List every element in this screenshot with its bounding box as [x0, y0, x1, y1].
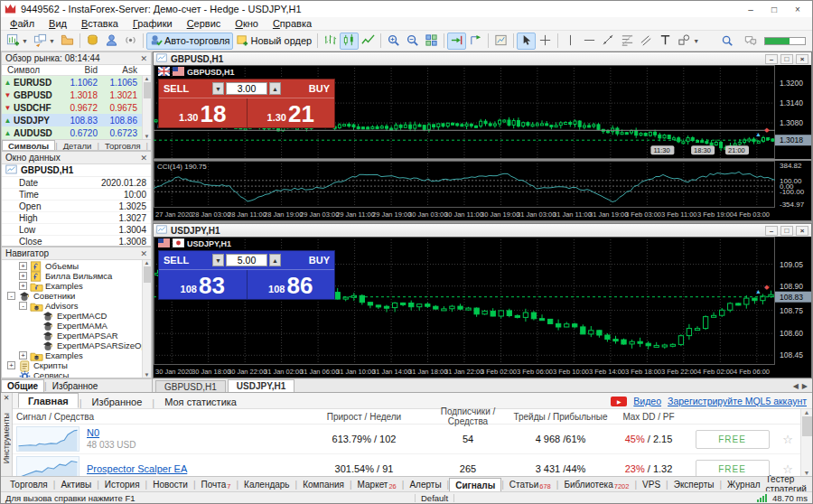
buy-button[interactable]: BUY: [283, 83, 330, 94]
favorite-star-icon[interactable]: ☆: [782, 462, 793, 476]
vertical-line-button[interactable]: [561, 33, 580, 50]
payments-button[interactable]: [83, 33, 102, 50]
bottom-tab-Статьи[interactable]: Статьи678: [504, 477, 556, 491]
menu-Сервис[interactable]: Сервис: [180, 18, 229, 29]
templates-button[interactable]: [491, 33, 510, 50]
status-profile[interactable]: Default: [421, 493, 448, 503]
navigator-scrollbar[interactable]: ▲▼: [142, 260, 151, 378]
bottom-tab-Сигналы[interactable]: Сигналы: [449, 478, 501, 491]
signals-scrollbar[interactable]: ▲▼: [800, 409, 812, 476]
equidistant-channel-button[interactable]: [637, 33, 656, 50]
bottom-tab-Календарь[interactable]: Календарь: [238, 477, 294, 491]
bottom-tab-Библиотека[interactable]: Библиотека7202: [558, 477, 634, 491]
bottom-tab-Алерты[interactable]: Алерты: [404, 477, 446, 491]
market-watch-row-USDCHF[interactable]: ▼USDCHF0.96720.9675: [2, 101, 151, 114]
lot-size-input[interactable]: [226, 254, 267, 266]
gbpusd-chart-canvas[interactable]: 1.32001.31401.3080#11392203 sell 3.001.3…: [154, 65, 811, 220]
tab-Символы[interactable]: Символы: [2, 140, 55, 151]
community-button[interactable]: [102, 33, 121, 50]
chart-shift-button[interactable]: [447, 33, 466, 50]
market-watch-close-icon[interactable]: ✕: [140, 54, 147, 63]
video-link[interactable]: Видео: [633, 396, 661, 406]
toolbox-close-icon[interactable]: ✕: [4, 394, 10, 402]
bottom-tab-История[interactable]: История: [99, 477, 145, 491]
buy-button[interactable]: BUY: [283, 255, 330, 266]
shapes-button[interactable]: ▼: [675, 33, 702, 50]
market-watch-row-EURUSD[interactable]: ▲EURUSD1.10621.1065: [2, 76, 151, 89]
bottom-tab-VPS[interactable]: VPS: [637, 477, 666, 491]
bottom-tab-Компания[interactable]: Компания: [297, 477, 350, 491]
tab-Торговля[interactable]: Торговля: [99, 140, 146, 151]
lot-dropdown-icon[interactable]: ▼: [212, 254, 224, 266]
toolbox-tab-Главная[interactable]: Главная: [18, 393, 79, 408]
trendline-button[interactable]: [599, 33, 618, 50]
auto-scroll-button[interactable]: [466, 33, 485, 50]
menu-Графики[interactable]: Графики: [126, 18, 180, 29]
usdjpy-chart-canvas[interactable]: 109.05108.90108.75108.60108.45108.83▲◆30…: [154, 237, 811, 378]
menu-Окно[interactable]: Окно: [228, 18, 266, 29]
signal-name-link[interactable]: N0: [87, 427, 136, 439]
history-center-button[interactable]: [58, 33, 77, 50]
lot-stepper-icon[interactable]: ▲: [269, 254, 281, 266]
tree-item-Билла Вильямса[interactable]: +Билла Вильямса: [2, 271, 151, 281]
market-watch-row-AUDUSD[interactable]: ▲AUDUSD0.67200.6723: [2, 126, 151, 139]
tree-expander-icon[interactable]: +: [19, 262, 27, 270]
tile-windows-button[interactable]: [422, 33, 441, 50]
zoom-in-button[interactable]: [384, 33, 403, 50]
bottom-tab-Эксперты[interactable]: Эксперты: [668, 477, 720, 491]
buy-price[interactable]: 10886: [248, 270, 335, 299]
tree-expander-icon[interactable]: -: [19, 302, 27, 310]
lot-dropdown-icon[interactable]: ▼: [212, 82, 224, 95]
line-chart-button[interactable]: [359, 33, 378, 50]
search-icon[interactable]: [717, 33, 736, 50]
tree-item-ExpertMAPSARSizeOptim[interactable]: ExpertMAPSARSizeOptim: [2, 341, 151, 350]
sell-button[interactable]: SELL: [164, 255, 210, 266]
maximize-button[interactable]: □: [763, 3, 785, 15]
chart-tab-USDJPY,H1[interactable]: USDJPY,H1: [228, 379, 294, 392]
market-watch-row-GBPUSD[interactable]: ▼GBPUSD1.30181.3021: [2, 89, 151, 101]
chart-close-button[interactable]: ×: [796, 226, 808, 236]
bottom-tab-Активы[interactable]: Активы: [55, 477, 97, 491]
chat-icon[interactable]: [741, 33, 760, 50]
tab-Общие[interactable]: Общие: [1, 379, 44, 392]
toolbox-tab-Избранное[interactable]: Избранное: [83, 395, 152, 408]
tab-Тики[interactable]: Тики: [148, 140, 151, 151]
favorite-star-icon[interactable]: ☆: [782, 433, 793, 446]
tree-item-ExpertMAMA[interactable]: ExpertMAMA: [2, 321, 151, 331]
bottom-tab-Новости[interactable]: Новости: [147, 477, 193, 491]
autotrading-button[interactable]: Авто-торговля: [146, 33, 233, 50]
sell-price[interactable]: 10883: [159, 270, 248, 299]
chart-maximize-button[interactable]: □: [780, 226, 793, 236]
free-button[interactable]: FREE: [696, 430, 770, 449]
signal-row-N0[interactable]: N048 033 USD613.79% / 102544 968 /61%45%…: [13, 425, 800, 454]
candles-chart-button[interactable]: [340, 33, 359, 50]
tab-Детали[interactable]: Детали: [58, 140, 98, 151]
market-watch-row-USDJPY[interactable]: ▲USDJPY108.83108.86: [2, 114, 151, 126]
fibonacci-button[interactable]: [618, 33, 637, 50]
chart-minimize-button[interactable]: –: [765, 226, 778, 236]
tree-expander-icon[interactable]: -: [7, 292, 15, 300]
tree-item-Объемы[interactable]: +Объемы: [2, 261, 151, 271]
tab-Избранное[interactable]: Избранное: [47, 379, 104, 392]
register-mql5-link[interactable]: Зарегистрируйте MQL5 аккаунт: [668, 396, 807, 406]
chart-tab-scroll-arrows[interactable]: ◀▶: [793, 382, 812, 392]
horizontal-line-button[interactable]: [580, 33, 599, 50]
bottom-tab-Маркет[interactable]: Маркет26: [352, 477, 402, 491]
market-watch-scrollbar[interactable]: ▲▼: [142, 76, 151, 139]
zoom-out-button[interactable]: [403, 33, 422, 50]
bottom-tab-Журнал[interactable]: Журнал: [722, 477, 766, 491]
data-window-close-icon[interactable]: ✕: [140, 154, 147, 163]
signal-name-link[interactable]: Prospector Scalper EA: [87, 463, 187, 475]
toolbox-tab-Моя статистика[interactable]: Моя статистика: [155, 395, 246, 408]
tree-item-ExpertMAPSAR[interactable]: ExpertMAPSAR: [2, 331, 151, 341]
strategy-tester-label[interactable]: Тестер стратегий: [766, 477, 812, 491]
chart-maximize-button[interactable]: □: [780, 54, 793, 64]
chart-close-button[interactable]: ×: [796, 54, 808, 64]
signals-broadcast-button[interactable]: [121, 33, 140, 50]
bottom-tab-Торговля[interactable]: Торговля: [5, 477, 53, 491]
crosshair-button[interactable]: [536, 33, 555, 50]
new-chart-button[interactable]: ▼: [4, 33, 31, 50]
tree-item-Советники[interactable]: -Советники: [2, 291, 151, 301]
minimize-button[interactable]: –: [740, 3, 762, 15]
profiles-button[interactable]: ▼: [31, 33, 58, 50]
